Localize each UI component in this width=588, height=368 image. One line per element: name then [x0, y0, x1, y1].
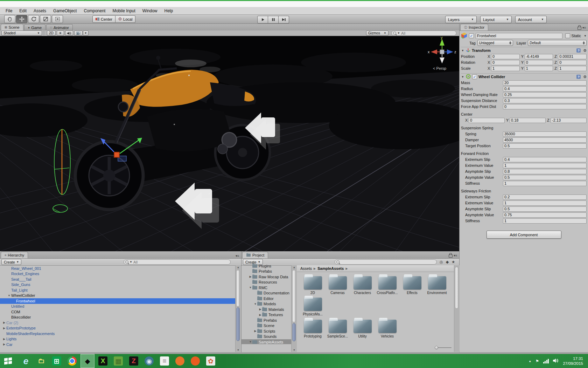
asset-folder[interactable]: SampleSce... — [325, 320, 350, 338]
hierarchy-item[interactable]: ▶ Car (2) — [0, 320, 235, 326]
tab-project[interactable]: Project — [242, 252, 268, 258]
foldout-icon[interactable]: ▼ — [248, 286, 252, 289]
hierarchy-item[interactable]: ▼ WheelCollider — [0, 293, 235, 299]
asset-folder[interactable]: Characters — [350, 276, 375, 295]
hierarchy-item[interactable]: Tail_Light — [0, 287, 235, 293]
property-field[interactable]: 4500 — [503, 137, 587, 143]
layer-dropdown[interactable]: Default — [528, 40, 587, 46]
asset-folder[interactable]: Utility — [350, 320, 375, 338]
foldout-icon[interactable]: ▼ — [253, 302, 257, 306]
taskbar-app-green-x-app[interactable]: X — [96, 354, 110, 368]
2d-toggle-button[interactable]: 2D — [47, 30, 56, 36]
foldout-icon[interactable]: ▶ — [2, 321, 6, 324]
pivot-center-button[interactable]: Center — [92, 15, 115, 23]
center-y-field[interactable]: 0.18 — [510, 118, 546, 123]
scrollbar-thumb[interactable] — [455, 267, 458, 309]
foldout-icon[interactable]: ▶ — [253, 329, 257, 333]
action-center-flag-icon[interactable]: ⚑ — [536, 359, 539, 363]
taskbar-app-paint-app[interactable]: ✿ — [204, 354, 218, 368]
property-field[interactable]: 0.4 — [503, 86, 587, 91]
view-tab[interactable]: ∷ Animator — [46, 24, 73, 30]
hierarchy-item[interactable]: Bikecollider — [0, 315, 235, 320]
tree-item[interactable]: ▶ Materials — [241, 307, 291, 312]
search-by-label-icon[interactable]: ◆ — [446, 260, 449, 264]
foldout-icon[interactable]: ▶ — [248, 275, 252, 278]
component-enabled-checkbox[interactable]: ✓ — [472, 74, 477, 79]
tree-item[interactable]: Sounds — [241, 334, 291, 340]
active-checkbox[interactable]: ✓ — [469, 33, 474, 38]
y-field[interactable]: 0 — [525, 60, 553, 65]
property-field[interactable]: 0.25 — [503, 92, 587, 97]
scroll-down-arrow[interactable]: ▼ — [292, 348, 297, 352]
project-tree-scrollbar[interactable]: ▲ ▼ — [291, 265, 297, 352]
effects-toggle-icon[interactable] — [74, 30, 83, 36]
view-tab[interactable]: ⊞ Scene — [1, 24, 23, 30]
wheel-collider-header[interactable]: ▼ ✓ Wheel Collider ? ⚙ — [461, 73, 587, 80]
search-by-type-icon[interactable]: ◎ — [440, 260, 443, 264]
taskbar-app-windows-store[interactable]: ⊞ — [50, 354, 64, 368]
z-field[interactable]: 1 — [558, 66, 587, 71]
tree-item[interactable]: ▶ Scripts — [241, 328, 291, 334]
tab-hierarchy[interactable]: ≡ Hierarchy — [1, 252, 28, 258]
property-field[interactable]: 0.5 — [503, 143, 587, 149]
foldout-icon[interactable]: ▼ — [248, 340, 252, 343]
panel-menu-icon[interactable]: ▾≡ — [454, 254, 457, 257]
property-field[interactable]: 1 — [503, 218, 587, 224]
volume-speaker-icon[interactable] — [553, 358, 559, 364]
tree-item[interactable]: ▶ Textures — [241, 312, 291, 318]
tag-dropdown[interactable]: Untagged — [477, 40, 513, 46]
tray-chevron-up-icon[interactable]: ▲ — [528, 360, 531, 363]
audio-toggle-icon[interactable] — [65, 30, 73, 36]
taskbar-app-internet-explorer[interactable]: e — [19, 354, 33, 368]
start-button[interactable] — [0, 354, 16, 368]
property-field[interactable]: 0.5 — [503, 175, 587, 180]
menu-item[interactable]: GameObject — [50, 8, 80, 14]
menu-item[interactable]: Edit — [16, 8, 30, 14]
foldout-icon[interactable]: ▶ — [258, 313, 262, 316]
tree-item[interactable]: Prefabs — [241, 269, 291, 274]
tree-item[interactable]: ▶ Raw Mocap Data — [241, 274, 291, 280]
menu-item[interactable]: Help — [161, 8, 177, 14]
panel-menu-icon[interactable]: ▾≡ — [236, 254, 239, 258]
asset-folder[interactable]: CrossPlatfo... — [375, 276, 400, 295]
hierarchy-item[interactable]: Rear_Wheel_001 — [0, 266, 235, 271]
hierarchy-item[interactable]: Side_Guns — [0, 282, 235, 288]
hierarchy-item[interactable]: ▶ Car — [0, 342, 235, 347]
scroll-up-arrow[interactable]: ▲ — [292, 265, 297, 269]
asset-folder[interactable]: Effects — [400, 276, 425, 295]
thumbnail-size-slider[interactable] — [435, 346, 451, 349]
layout-dropdown[interactable]: Layout▼ — [480, 16, 512, 23]
asset-folder[interactable]: Environment — [425, 276, 449, 295]
property-field[interactable]: 20 — [503, 80, 587, 86]
taskbar-app-notepad[interactable]: ≡ — [158, 354, 172, 368]
effects-dropdown-arrow[interactable]: ▼ — [83, 30, 89, 36]
tree-item[interactable]: Resources — [241, 280, 291, 285]
scrollbar-thumb[interactable] — [292, 270, 296, 322]
scrollbar-thumb[interactable] — [236, 270, 240, 307]
x-field[interactable]: 0 — [491, 60, 520, 65]
static-dropdown-arrow[interactable]: ▼ — [584, 34, 587, 38]
account-dropdown[interactable]: Account▼ — [515, 16, 547, 23]
z-field[interactable]: 0 — [558, 60, 587, 65]
gear-icon[interactable]: ⚙ — [583, 75, 587, 79]
network-signal-icon[interactable] — [543, 359, 549, 363]
tree-item[interactable]: Plugins — [241, 263, 291, 269]
gameobject-name-field[interactable]: Frontwheel — [476, 33, 562, 39]
taskbar-app-camera-app[interactable]: ◉ — [142, 354, 156, 368]
asset-folder[interactable]: 2D — [300, 276, 325, 295]
rotate-tool-icon[interactable] — [28, 15, 39, 23]
hierarchy-item[interactable]: MobileShaderReplacements — [0, 331, 235, 336]
menu-item[interactable]: Mobile Input — [109, 8, 139, 14]
foldout-icon[interactable]: ▶ — [2, 327, 6, 330]
property-field[interactable]: 0.8 — [503, 169, 587, 174]
rect-tool-icon[interactable] — [52, 15, 63, 23]
hierarchy-search-input[interactable]: ▼ All — [124, 259, 231, 265]
tree-item[interactable]: Prefabs — [241, 318, 291, 323]
view-tab[interactable]: ● Game — [24, 24, 46, 30]
center-x-field[interactable]: 0 — [469, 118, 505, 123]
scroll-down-arrow[interactable]: ▼ — [236, 348, 241, 352]
taskbar-app-orange-ball-app[interactable] — [188, 354, 202, 368]
tab-inspector[interactable]: ⓘ Inspector — [460, 24, 488, 30]
property-field[interactable]: 0.3 — [503, 98, 587, 103]
lock-icon[interactable] — [449, 254, 453, 258]
